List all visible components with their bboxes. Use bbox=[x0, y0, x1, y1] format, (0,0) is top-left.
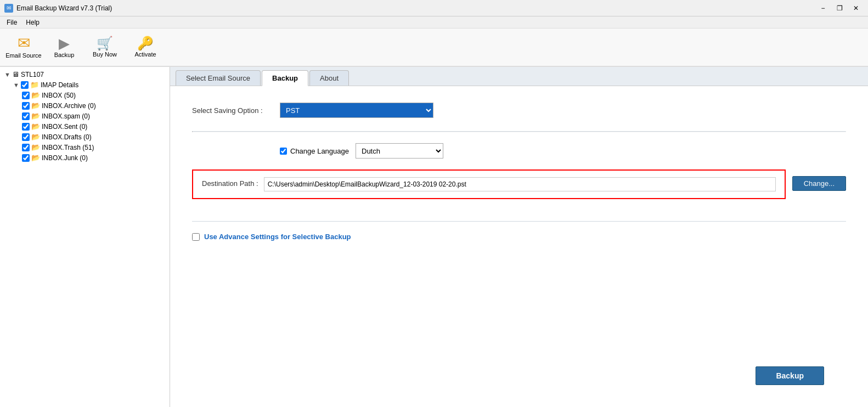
sidebar: ▼ 🖥 STL107 ▼ 📁 IMAP Details 📂 INBOX (50)… bbox=[0, 67, 170, 407]
imap-expand-icon: ▼ bbox=[13, 82, 21, 88]
menu-file[interactable]: File bbox=[2, 18, 21, 27]
divider-2 bbox=[192, 221, 846, 222]
main-layout: ▼ 🖥 STL107 ▼ 📁 IMAP Details 📂 INBOX (50)… bbox=[0, 67, 868, 407]
destination-path-container: Destination Path : bbox=[192, 169, 786, 199]
inbox-trash-label: INBOX.Trash (51) bbox=[42, 144, 94, 151]
inbox-archive-folder-icon: 📂 bbox=[31, 101, 40, 110]
inbox-spam-label: INBOX.spam (0) bbox=[42, 112, 90, 120]
advance-settings-label: Use Advance Settings for Selective Backu… bbox=[204, 233, 351, 241]
tree-root-label: STL107 bbox=[21, 71, 44, 78]
tree-imap-details[interactable]: ▼ 📁 IMAP Details bbox=[2, 80, 167, 90]
close-button[interactable]: ✕ bbox=[848, 3, 864, 14]
inbox-checkbox[interactable] bbox=[22, 92, 30, 99]
inbox-spam-checkbox[interactable] bbox=[22, 112, 30, 120]
tree-inbox[interactable]: 📂 INBOX (50) bbox=[2, 90, 167, 100]
advance-settings-checkbox[interactable] bbox=[192, 233, 200, 241]
tab-backup[interactable]: Backup bbox=[262, 70, 308, 86]
email-source-icon: ✉ bbox=[18, 36, 30, 51]
menu-help[interactable]: Help bbox=[21, 18, 44, 27]
saving-option-select[interactable]: PST MSG EML MBOX PDF bbox=[280, 103, 433, 118]
inbox-junk-checkbox[interactable] bbox=[22, 154, 30, 162]
saving-option-label: Select Saving Option : bbox=[192, 106, 280, 115]
change-button[interactable]: Change... bbox=[792, 176, 846, 191]
imap-label: IMAP Details bbox=[41, 81, 78, 89]
inbox-archive-label: INBOX.Archive (0) bbox=[42, 102, 96, 110]
tree-inbox-junk[interactable]: 📂 INBOX.Junk (0) bbox=[2, 152, 167, 163]
inbox-archive-checkbox[interactable] bbox=[22, 102, 30, 110]
activate-button[interactable]: 🔑 Activate bbox=[126, 31, 165, 64]
inbox-drafts-label: INBOX.Drafts (0) bbox=[42, 133, 92, 141]
maximize-button[interactable]: ❐ bbox=[832, 3, 847, 14]
tab-select-email-source[interactable]: Select Email Source bbox=[176, 70, 261, 86]
tabs: Select Email Source Backup About bbox=[170, 67, 868, 86]
email-source-label: Email Source bbox=[5, 52, 41, 59]
tree-inbox-trash[interactable]: 📂 INBOX.Trash (51) bbox=[2, 142, 167, 152]
saving-option-row: Select Saving Option : PST MSG EML MBOX … bbox=[192, 103, 846, 118]
email-source-button[interactable]: ✉ Email Source bbox=[4, 31, 43, 64]
inbox-trash-checkbox[interactable] bbox=[22, 144, 30, 151]
inbox-label: INBOX (50) bbox=[42, 92, 76, 99]
imap-folder-icon: 📁 bbox=[30, 81, 39, 89]
inbox-drafts-checkbox[interactable] bbox=[22, 133, 30, 141]
destination-area: Destination Path : Change... bbox=[192, 169, 846, 212]
change-language-label: Change Language bbox=[290, 147, 349, 155]
menu-bar: File Help bbox=[0, 16, 868, 29]
inbox-junk-folder-icon: 📂 bbox=[31, 154, 40, 162]
activate-label: Activate bbox=[134, 51, 156, 58]
content-area: Select Email Source Backup About Select … bbox=[170, 67, 868, 407]
tree-root[interactable]: ▼ 🖥 STL107 bbox=[2, 69, 167, 80]
change-language-checkbox[interactable] bbox=[280, 148, 287, 155]
inbox-trash-folder-icon: 📂 bbox=[31, 143, 40, 151]
inbox-drafts-folder-icon: 📂 bbox=[31, 133, 40, 141]
imap-checkbox[interactable] bbox=[21, 81, 29, 89]
backup-icon: ▶ bbox=[59, 36, 70, 50]
destination-path-label: Destination Path : bbox=[202, 177, 258, 188]
backup-button[interactable]: Backup bbox=[756, 366, 824, 385]
tab-about[interactable]: About bbox=[309, 70, 349, 86]
backup-tab-content: Select Saving Option : PST MSG EML MBOX … bbox=[170, 86, 868, 407]
destination-path-input[interactable] bbox=[264, 177, 776, 191]
expand-icon: ▼ bbox=[4, 71, 12, 78]
language-select[interactable]: Dutch English French German Spanish bbox=[356, 143, 443, 159]
tree-inbox-sent[interactable]: 📂 INBOX.Sent (0) bbox=[2, 121, 167, 132]
advance-settings-row: Use Advance Settings for Selective Backu… bbox=[192, 233, 846, 241]
app-icon: ✉ bbox=[4, 4, 13, 13]
inbox-sent-folder-icon: 📂 bbox=[31, 122, 40, 131]
buy-now-button[interactable]: 🛒 Buy Now bbox=[86, 31, 124, 64]
inbox-junk-label: INBOX.Junk (0) bbox=[42, 154, 88, 162]
backup-toolbar-button[interactable]: ▶ Backup bbox=[45, 31, 83, 64]
inbox-folder-icon: 📂 bbox=[31, 91, 40, 99]
tree-inbox-archive[interactable]: 📂 INBOX.Archive (0) bbox=[2, 100, 167, 111]
root-folder-icon: 🖥 bbox=[12, 70, 19, 78]
inbox-spam-folder-icon: 📂 bbox=[31, 112, 40, 120]
toolbar: ✉ Email Source ▶ Backup 🛒 Buy Now 🔑 Acti… bbox=[0, 29, 868, 67]
tree-inbox-spam[interactable]: 📂 INBOX.spam (0) bbox=[2, 111, 167, 121]
activate-icon: 🔑 bbox=[137, 37, 154, 50]
inbox-sent-checkbox[interactable] bbox=[22, 123, 30, 131]
window-controls: − ❐ ✕ bbox=[815, 3, 864, 14]
tree-inbox-drafts[interactable]: 📂 INBOX.Drafts (0) bbox=[2, 132, 167, 142]
divider-1 bbox=[192, 131, 846, 132]
inbox-sent-label: INBOX.Sent (0) bbox=[42, 123, 87, 131]
buy-now-label: Buy Now bbox=[93, 51, 117, 58]
backup-label: Backup bbox=[54, 52, 75, 58]
buy-now-icon: 🛒 bbox=[97, 37, 113, 50]
change-language-row: Change Language Dutch English French Ger… bbox=[280, 143, 846, 159]
title-bar: ✉ Email Backup Wizard v7.3 (Trial) − ❐ ✕ bbox=[0, 0, 868, 16]
minimize-button[interactable]: − bbox=[815, 3, 831, 14]
app-title: Email Backup Wizard v7.3 (Trial) bbox=[16, 4, 112, 12]
